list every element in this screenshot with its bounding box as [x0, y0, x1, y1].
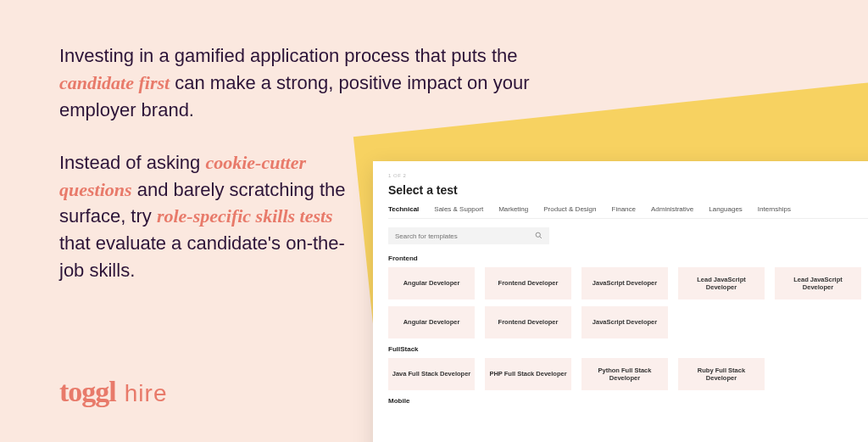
tab-languages[interactable]: Languages — [709, 205, 743, 213]
template-card[interactable]: Angular Developer — [388, 306, 475, 338]
template-card[interactable]: Frontend Developer — [485, 306, 571, 338]
template-card[interactable]: PHP Full Stack Developer — [485, 358, 571, 390]
template-card[interactable]: Ruby Full Stack Developer — [678, 358, 765, 390]
tab-administrative[interactable]: Administrative — [651, 205, 693, 213]
logo-product-text: hire — [125, 380, 168, 407]
tab-internships[interactable]: Internships — [758, 205, 791, 213]
search-icon — [535, 232, 542, 241]
template-card[interactable]: JavaScript Developer — [581, 306, 668, 338]
template-card[interactable]: Lead JavaScript Developer — [775, 267, 861, 299]
paragraph-2: Instead of asking cookie-cutter question… — [59, 149, 364, 284]
text: Instead of asking — [59, 152, 205, 173]
marketing-copy: Investing in a gamified application proc… — [59, 42, 534, 310]
template-card[interactable]: JavaScript Developer — [581, 267, 668, 299]
paragraph-1: Investing in a gamified application proc… — [59, 42, 534, 124]
template-card[interactable]: Python Full Stack Developer — [581, 358, 668, 390]
brand-logo: toggl hire — [59, 376, 167, 408]
tab-finance[interactable]: Finance — [612, 205, 636, 213]
tab-product-design[interactable]: Product & Design — [543, 205, 596, 213]
fullstack-row-1: Java Full Stack Developer PHP Full Stack… — [388, 358, 868, 390]
svg-line-1 — [540, 236, 542, 238]
emphasis-candidate-first: candidate first — [59, 72, 170, 93]
template-card[interactable]: Lead JavaScript Developer — [678, 267, 765, 299]
template-card[interactable]: Java Full Stack Developer — [388, 358, 475, 390]
section-mobile-label: Mobile — [388, 397, 868, 405]
text: that evaluate a candidate's on-the-job s… — [59, 232, 345, 281]
svg-point-0 — [536, 232, 540, 237]
text: Investing in a gamified application proc… — [59, 45, 518, 66]
logo-brand-text: toggl — [59, 376, 116, 408]
section-fullstack-label: FullStack — [388, 345, 868, 353]
emphasis-role-specific: role-specific skills tests — [157, 205, 333, 227]
frontend-row-2: Angular Developer Frontend Developer Jav… — [388, 306, 868, 338]
